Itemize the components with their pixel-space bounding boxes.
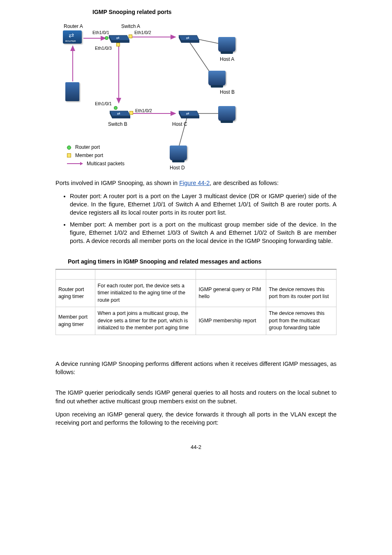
cell: IGMP membership report — [196, 307, 266, 335]
paragraph: Upon receiving an IGMP general query, th… — [55, 410, 337, 427]
member-port-dot — [129, 111, 133, 115]
cell: Member port aging timer — [56, 307, 95, 335]
svg-text:⇄: ⇄ — [117, 111, 120, 116]
intro-paragraph: Ports involved in IGMP Snooping, as show… — [55, 179, 337, 187]
table-title: Port aging timers in IGMP Snooping and r… — [68, 258, 337, 266]
server-icon — [65, 82, 79, 101]
paragraph: A device running IGMP Snooping performs … — [55, 360, 337, 377]
host-icon — [218, 37, 235, 52]
label-hostC: Host C — [172, 121, 187, 128]
cell: The device removes this port from its ro… — [266, 279, 337, 307]
svg-marker-11 — [112, 116, 130, 118]
label-hostA: Host A — [220, 56, 234, 63]
cell: IGMP general query or PIM hello — [196, 279, 266, 307]
host-icon — [208, 71, 226, 86]
label-routerA: Router A — [64, 23, 83, 30]
legend-multicast-label: Multicast packets — [87, 160, 125, 167]
legend-member-port-label: Member port — [75, 152, 103, 159]
router-port-dot — [114, 106, 118, 110]
label-switchB: Switch B — [108, 121, 127, 128]
label-eth101a: Eth1/0/1 — [92, 30, 109, 36]
label-hostB: Host B — [220, 89, 235, 96]
host-icon — [218, 106, 235, 121]
svg-text:⇄: ⇄ — [186, 36, 189, 40]
cell: For each router port, the device sets a … — [95, 279, 196, 307]
label-eth102b: Eth1/0/2 — [135, 108, 152, 114]
label-eth101b: Eth1/0/1 — [95, 101, 112, 107]
table-row: Member port aging timer When a port join… — [56, 307, 337, 335]
host-icon — [170, 146, 187, 160]
list-item: Member port: A member port is a port on … — [70, 220, 337, 245]
switch-icon: ⇄ — [107, 108, 130, 119]
cell: The device removes this port from the mu… — [266, 307, 337, 335]
member-port-dot — [116, 43, 120, 46]
diagram-area: Router A Switch A ⇄ Eth1/0/1 Eth1/0/2 Et… — [55, 21, 337, 169]
svg-marker-15 — [181, 116, 199, 118]
figure-title: IGMP Snooping related ports — [92, 8, 337, 16]
legend-multicast-icon — [67, 163, 83, 164]
diagram-legend: Router port Member port Multicast packet… — [67, 143, 125, 168]
page-number: 44-2 — [55, 444, 337, 451]
paragraph: The IGMP querier periodically sends IGMP… — [55, 388, 337, 405]
switch-icon: ⇄ — [176, 108, 199, 119]
label-eth102a: Eth1/0/2 — [134, 30, 151, 36]
member-port-dot — [129, 35, 132, 38]
svg-text:⇄: ⇄ — [116, 36, 120, 40]
legend-member-port-icon — [67, 153, 71, 157]
label-hostD: Host D — [170, 164, 185, 171]
label-eth103a: Eth1/0/3 — [95, 45, 112, 51]
svg-text:⇄: ⇄ — [186, 111, 189, 116]
legend-router-port-label: Router port — [75, 144, 100, 151]
legend-router-port-icon — [67, 146, 71, 150]
router-icon — [63, 30, 82, 44]
port-aging-table: Router port aging timer For each router … — [55, 269, 337, 335]
svg-marker-3 — [111, 40, 129, 43]
list-item: Router port: A router port is a port on … — [70, 192, 337, 217]
cell: When a port joins a multicast group, the… — [95, 307, 196, 335]
router-port-dot — [105, 36, 108, 40]
cell: Router port aging timer — [56, 279, 95, 307]
text: Ports involved in IGMP Snooping, as show… — [55, 180, 179, 186]
switch-icon: ⇄ — [106, 32, 129, 44]
line-hostB — [189, 42, 212, 75]
table-row: Router port aging timer For each router … — [56, 279, 337, 307]
figure-link[interactable]: Figure 44-2 — [179, 180, 210, 186]
label-switchA: Switch A — [121, 23, 140, 30]
svg-marker-7 — [181, 40, 199, 43]
port-description-list: Router port: A router port is a port on … — [70, 192, 337, 245]
text: , are described as follows: — [210, 180, 279, 186]
switch-icon: ⇄ — [176, 32, 199, 44]
